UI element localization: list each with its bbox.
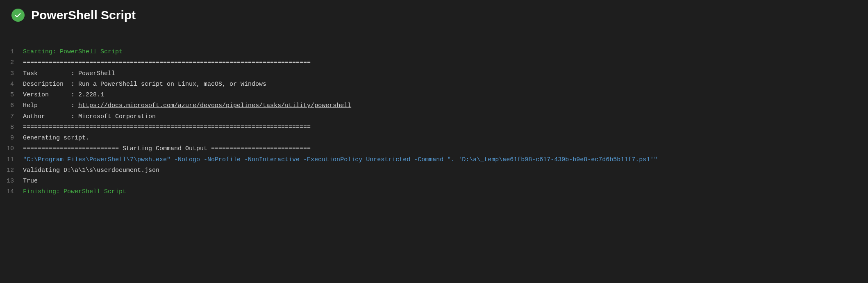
line-number: 1 <box>0 47 23 57</box>
log-text: Help : https://docs.microsoft.com/azure/… <box>23 100 351 111</box>
log-text: "C:\Program Files\PowerShell\7\pwsh.exe"… <box>23 155 657 165</box>
log-text: Description : Run a PowerShell script on… <box>23 79 266 90</box>
log-text: ========================================… <box>23 57 311 68</box>
log-line: 4 Description : Run a PowerShell script … <box>0 79 868 90</box>
log-line: 12 Validating D:\a\1\s\userdocument.json <box>0 165 868 176</box>
line-number: 7 <box>0 112 23 122</box>
log-line: 5 Version : 2.228.1 <box>0 90 868 100</box>
line-number: 10 <box>0 144 23 154</box>
log-line: 13 True <box>0 176 868 187</box>
check-icon <box>14 11 22 19</box>
log-line: 11 "C:\Program Files\PowerShell\7\pwsh.e… <box>0 155 868 165</box>
log-text: Task : PowerShell <box>23 68 115 79</box>
line-number: 4 <box>0 79 23 90</box>
log-text: True <box>23 176 38 187</box>
line-number: 13 <box>0 176 23 187</box>
log-line: 10 ========================== Starting C… <box>0 144 868 154</box>
log-line: 7 Author : Microsoft Corporation <box>0 112 868 122</box>
line-number: 6 <box>0 100 23 111</box>
line-number: 8 <box>0 122 23 133</box>
line-number: 14 <box>0 187 23 197</box>
log-text: ========================== Starting Comm… <box>23 144 311 154</box>
log-text: Starting: PowerShell Script <box>23 47 123 57</box>
task-title: PowerShell Script <box>31 8 136 22</box>
line-number: 12 <box>0 165 23 176</box>
log-line: 3 Task : PowerShell <box>0 68 868 79</box>
log-text: Finishing: PowerShell Script <box>23 187 126 197</box>
line-number: 5 <box>0 90 23 100</box>
log-text: Author : Microsoft Corporation <box>23 112 156 122</box>
log-text: ========================================… <box>23 122 311 133</box>
log-prefix: Help : <box>23 102 78 109</box>
log-line: 8 ======================================… <box>0 122 868 133</box>
line-number: 11 <box>0 155 23 165</box>
task-header: PowerShell Script <box>0 0 868 30</box>
line-number: 9 <box>0 133 23 144</box>
log-line: 2 ======================================… <box>0 57 868 68</box>
help-link[interactable]: https://docs.microsoft.com/azure/devops/… <box>78 102 351 109</box>
log-line: 14 Finishing: PowerShell Script <box>0 187 868 197</box>
log-output[interactable]: 1 Starting: PowerShell Script 2 ========… <box>0 30 868 206</box>
log-text: Validating D:\a\1\s\userdocument.json <box>23 165 159 176</box>
log-line: 6 Help : https://docs.microsoft.com/azur… <box>0 100 868 111</box>
success-status-icon <box>11 9 25 22</box>
log-text: Version : 2.228.1 <box>23 90 104 100</box>
log-line: 1 Starting: PowerShell Script <box>0 47 868 57</box>
line-number: 3 <box>0 68 23 79</box>
log-text: Generating script. <box>23 133 89 144</box>
log-line: 9 Generating script. <box>0 133 868 144</box>
line-number: 2 <box>0 57 23 68</box>
